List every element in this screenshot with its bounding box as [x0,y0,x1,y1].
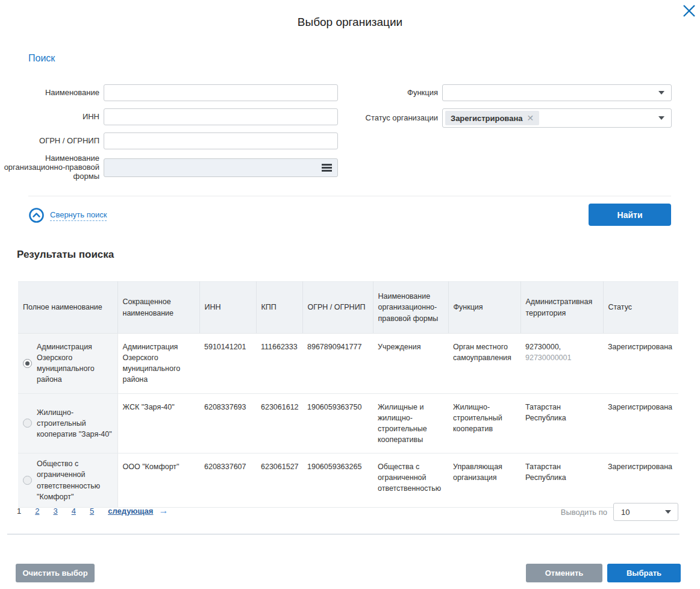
chevron-up-circle-icon [28,207,45,223]
orgform-field-label: Наименование организационно-правовой фор… [0,154,99,183]
tag-remove-icon[interactable]: ✕ [527,113,534,123]
close-icon[interactable] [681,2,698,19]
page-link-4[interactable]: 4 [72,506,76,516]
function-select[interactable] [442,84,672,101]
cell-inn: 6208337693 [199,393,256,453]
cell-inn: 6208337607 [199,453,256,508]
col-inn: ИНН [199,282,256,334]
col-short-name: Сокращенное наименование [117,282,199,334]
ogrn-field-label: ОГРН / ОГРНИП [0,132,99,149]
organization-select-dialog: Выбор организации Поиск Наименование ИНН… [0,0,700,589]
collapse-search-label: Свернуть поиск [50,210,107,221]
cell-function: Жилищно-строительный кооператив [448,393,520,453]
per-page-label: Выводить по [535,508,607,517]
cell-status: Зарегистрирована [603,334,678,394]
cell-org-form: Жилищные и жилищно-строительные кооперат… [373,393,448,453]
cell-ogrn: 1906059363750 [302,393,373,453]
chevron-down-icon [658,91,664,95]
page-link-5[interactable]: 5 [90,506,94,516]
cell-territory: Татарстан Республика [520,393,603,453]
cell-kpp: 111662333 [256,334,302,394]
table-row[interactable]: Администрация Озерского муниципального р… [18,334,678,394]
function-field-label: Функция [337,84,438,101]
cell-ogrn: 8967890941777 [302,334,373,394]
cell-territory: 92730000, 92730000001 [520,334,603,394]
col-full-name: Полное наименование [18,282,117,334]
cell-full-name: Общество с ограниченной ответственностью… [37,458,113,502]
inn-field-label: ИНН [0,108,99,125]
col-ogrn: ОГРН / ОГРНИП [302,282,373,334]
page-link-3[interactable]: 3 [53,506,57,516]
status-tag-label: Зарегистрирована [451,114,523,123]
col-territory: Административная территория [520,282,603,334]
pagination: 1 2 3 4 5 следующая → [17,506,168,516]
table-row[interactable]: Жилищно-строительный кооператив "Заря-40… [18,393,678,453]
cell-kpp: 623061527 [256,453,302,508]
cell-function: Управляющая организация [448,453,520,508]
search-section-heading: Поиск [28,53,55,64]
cell-org-form: Учреждения [373,334,448,394]
table-header-row: Полное наименование Сокращенное наименов… [18,282,678,334]
col-kpp: КПП [256,282,302,334]
collapse-search-link[interactable]: Свернуть поиск [28,207,107,223]
cell-ogrn: 1906059363265 [302,453,373,508]
arrow-right-icon[interactable]: → [158,506,168,516]
row-radio[interactable] [23,419,32,428]
cell-status: Зарегистрирована [603,393,678,453]
cell-kpp: 623061612 [256,393,302,453]
cell-territory: Татарстан Республика [520,453,603,508]
name-input[interactable] [104,84,338,101]
page-link-2[interactable]: 2 [35,506,39,516]
per-page-value: 10 [621,508,630,517]
cell-inn: 5910141201 [199,334,256,394]
cancel-button[interactable]: Отменить [526,564,602,582]
orgform-picker[interactable] [104,158,338,177]
cell-function: Орган местного самоуправления [448,334,520,394]
results-table: Полное наименование Сокращенное наименов… [18,281,678,508]
next-page-link[interactable]: следующая [108,506,153,516]
chevron-down-icon [665,510,671,514]
territory-code-secondary: 92730000001 [525,354,571,362]
per-page-select[interactable]: 10 [613,503,678,521]
cell-status: Зарегистрирована [603,453,678,508]
status-tag: Зарегистрирована ✕ [445,111,539,125]
select-button[interactable]: Выбрать [607,564,681,582]
status-select[interactable]: Зарегистрирована ✕ [442,108,672,128]
territory-code: 92730000, [525,343,561,351]
page-current: 1 [17,506,21,516]
col-function: Функция [448,282,520,334]
hamburger-icon [322,164,332,172]
row-radio[interactable] [23,476,32,485]
col-status: Статус [603,282,678,334]
col-org-form: Наименование организационно-правовой фор… [373,282,448,334]
page-title: Выбор организации [0,16,700,29]
results-heading: Результаты поиска [17,249,114,261]
cell-short-name: ЖСК "Заря-40" [117,393,199,453]
table-row[interactable]: Общество с ограниченной ответственностью… [18,453,678,508]
cell-short-name: ООО "Комфорт" [117,453,199,508]
inn-input[interactable] [104,108,338,125]
footer-divider [7,534,680,535]
cell-full-name: Жилищно-строительный кооператив "Заря-40… [37,407,113,440]
ogrn-input[interactable] [104,132,338,149]
cell-short-name: Администрация Озерского муниципального р… [117,334,199,394]
chevron-down-icon [658,116,664,120]
status-field-label: Статус организации [337,108,438,128]
row-radio[interactable] [23,359,32,368]
clear-selection-button[interactable]: Очистить выбор [16,564,95,582]
cell-full-name: Администрация Озерского муниципального р… [37,341,113,385]
search-divider [28,196,671,196]
find-button[interactable]: Найти [589,204,671,226]
cell-org-form: Общества с ограниченной ответственностью [373,453,448,508]
name-field-label: Наименование [0,84,99,101]
